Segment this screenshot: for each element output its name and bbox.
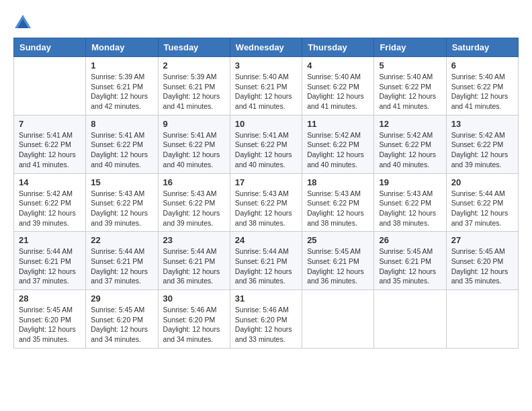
sunset-text: Sunset: 6:21 PM (19, 257, 81, 267)
calendar-week-row: 1 Sunrise: 5:39 AM Sunset: 6:21 PM Dayli… (14, 57, 519, 116)
day-number: 13 (451, 119, 513, 129)
day-number: 29 (91, 293, 152, 304)
calendar-cell: 6 Sunrise: 5:40 AM Sunset: 6:22 PM Dayli… (446, 57, 518, 116)
daylight-text: Daylight: 12 hours and 36 minutes. (307, 267, 369, 286)
day-number: 4 (307, 60, 369, 71)
sunrise-text: Sunrise: 5:41 AM (91, 130, 152, 140)
sunset-text: Sunset: 6:22 PM (235, 198, 297, 208)
calendar-cell: 24 Sunrise: 5:44 AM Sunset: 6:21 PM Dayl… (230, 232, 302, 290)
calendar-cell: 3 Sunrise: 5:40 AM Sunset: 6:21 PM Dayli… (230, 57, 302, 116)
calendar-week-row: 14 Sunrise: 5:42 AM Sunset: 6:22 PM Dayl… (14, 173, 519, 232)
calendar-cell (374, 290, 446, 349)
sunset-text: Sunset: 6:22 PM (307, 198, 369, 208)
day-number: 19 (379, 177, 441, 187)
sunrise-text: Sunrise: 5:42 AM (451, 130, 513, 140)
sunrise-text: Sunrise: 5:44 AM (19, 246, 81, 257)
day-number: 9 (163, 119, 225, 129)
sunset-text: Sunset: 6:21 PM (163, 82, 225, 92)
calendar-cell: 4 Sunrise: 5:40 AM Sunset: 6:22 PM Dayli… (302, 57, 374, 116)
sunset-text: Sunset: 6:22 PM (451, 198, 513, 208)
day-number: 31 (235, 293, 297, 304)
daylight-text: Daylight: 12 hours and 39 minutes. (163, 208, 225, 228)
calendar-week-row: 7 Sunrise: 5:41 AM Sunset: 6:22 PM Dayli… (14, 115, 519, 173)
sunrise-text: Sunrise: 5:43 AM (163, 189, 225, 199)
sunset-text: Sunset: 6:22 PM (163, 140, 225, 150)
sunset-text: Sunset: 6:22 PM (379, 140, 441, 150)
page-header (13, 13, 519, 32)
day-number: 15 (91, 177, 152, 187)
sunrise-text: Sunrise: 5:40 AM (307, 72, 369, 82)
calendar-cell: 25 Sunrise: 5:45 AM Sunset: 6:21 PM Dayl… (302, 232, 374, 290)
calendar-week-row: 28 Sunrise: 5:45 AM Sunset: 6:20 PM Dayl… (14, 290, 519, 349)
daylight-text: Daylight: 12 hours and 34 minutes. (163, 324, 225, 344)
day-number: 18 (307, 177, 369, 187)
daylight-text: Daylight: 12 hours and 39 minutes. (19, 208, 81, 228)
sunrise-text: Sunrise: 5:43 AM (91, 189, 152, 199)
daylight-text: Daylight: 12 hours and 38 minutes. (307, 208, 369, 228)
calendar-cell: 16 Sunrise: 5:43 AM Sunset: 6:22 PM Dayl… (158, 173, 230, 232)
daylight-text: Daylight: 12 hours and 40 minutes. (307, 150, 369, 169)
sunset-text: Sunset: 6:21 PM (235, 82, 297, 92)
day-number: 1 (91, 60, 152, 71)
day-number: 21 (19, 235, 81, 245)
sunset-text: Sunset: 6:20 PM (163, 315, 225, 325)
calendar-cell: 29 Sunrise: 5:45 AM Sunset: 6:20 PM Dayl… (86, 290, 158, 349)
sunset-text: Sunset: 6:22 PM (379, 82, 441, 92)
sunset-text: Sunset: 6:21 PM (307, 257, 369, 267)
sunset-text: Sunset: 6:21 PM (235, 257, 297, 267)
sunrise-text: Sunrise: 5:44 AM (451, 189, 513, 199)
day-number: 12 (379, 119, 441, 129)
calendar-cell: 22 Sunrise: 5:44 AM Sunset: 6:21 PM Dayl… (86, 232, 158, 290)
day-number: 16 (163, 177, 225, 187)
sunset-text: Sunset: 6:22 PM (91, 140, 152, 150)
day-number: 27 (451, 235, 513, 245)
daylight-text: Daylight: 12 hours and 40 minutes. (379, 150, 441, 169)
daylight-text: Daylight: 12 hours and 36 minutes. (163, 267, 225, 286)
sunset-text: Sunset: 6:22 PM (19, 198, 81, 208)
sunrise-text: Sunrise: 5:44 AM (91, 246, 152, 257)
day-number: 22 (91, 235, 152, 245)
column-header-saturday: Saturday (446, 38, 518, 57)
calendar-cell: 10 Sunrise: 5:41 AM Sunset: 6:22 PM Dayl… (230, 115, 302, 173)
daylight-text: Daylight: 12 hours and 35 minutes. (379, 267, 441, 286)
sunrise-text: Sunrise: 5:44 AM (235, 246, 297, 257)
day-number: 2 (163, 60, 225, 71)
daylight-text: Daylight: 12 hours and 41 minutes. (235, 91, 297, 111)
sunset-text: Sunset: 6:22 PM (379, 198, 441, 208)
sunset-text: Sunset: 6:20 PM (235, 315, 297, 325)
daylight-text: Daylight: 12 hours and 36 minutes. (235, 267, 297, 286)
calendar-cell: 31 Sunrise: 5:46 AM Sunset: 6:20 PM Dayl… (230, 290, 302, 349)
sunrise-text: Sunrise: 5:43 AM (235, 189, 297, 199)
daylight-text: Daylight: 12 hours and 42 minutes. (91, 91, 152, 111)
column-header-wednesday: Wednesday (230, 38, 302, 57)
calendar-cell: 30 Sunrise: 5:46 AM Sunset: 6:20 PM Dayl… (158, 290, 230, 349)
day-number: 11 (307, 119, 369, 129)
calendar-cell: 27 Sunrise: 5:45 AM Sunset: 6:20 PM Dayl… (446, 232, 518, 290)
sunset-text: Sunset: 6:20 PM (91, 315, 152, 325)
calendar-cell: 15 Sunrise: 5:43 AM Sunset: 6:22 PM Dayl… (86, 173, 158, 232)
calendar-cell (446, 290, 518, 349)
sunset-text: Sunset: 6:22 PM (163, 198, 225, 208)
calendar-cell: 12 Sunrise: 5:42 AM Sunset: 6:22 PM Dayl… (374, 115, 446, 173)
sunrise-text: Sunrise: 5:41 AM (163, 130, 225, 140)
daylight-text: Daylight: 12 hours and 41 minutes. (19, 150, 81, 169)
calendar-cell: 17 Sunrise: 5:43 AM Sunset: 6:22 PM Dayl… (230, 173, 302, 232)
daylight-text: Daylight: 12 hours and 38 minutes. (379, 208, 441, 228)
sunrise-text: Sunrise: 5:45 AM (379, 246, 441, 257)
day-number: 3 (235, 60, 297, 71)
calendar-cell: 5 Sunrise: 5:40 AM Sunset: 6:22 PM Dayli… (374, 57, 446, 116)
day-number: 8 (91, 119, 152, 129)
calendar-cell: 23 Sunrise: 5:44 AM Sunset: 6:21 PM Dayl… (158, 232, 230, 290)
column-header-tuesday: Tuesday (158, 38, 230, 57)
daylight-text: Daylight: 12 hours and 37 minutes. (91, 267, 152, 286)
sunset-text: Sunset: 6:22 PM (451, 140, 513, 150)
calendar-cell: 21 Sunrise: 5:44 AM Sunset: 6:21 PM Dayl… (14, 232, 86, 290)
sunset-text: Sunset: 6:20 PM (451, 257, 513, 267)
calendar-cell: 13 Sunrise: 5:42 AM Sunset: 6:22 PM Dayl… (446, 115, 518, 173)
sunset-text: Sunset: 6:22 PM (451, 82, 513, 92)
sunset-text: Sunset: 6:21 PM (379, 257, 441, 267)
daylight-text: Daylight: 12 hours and 41 minutes. (451, 91, 513, 111)
calendar-cell: 7 Sunrise: 5:41 AM Sunset: 6:22 PM Dayli… (14, 115, 86, 173)
daylight-text: Daylight: 12 hours and 39 minutes. (451, 150, 513, 169)
daylight-text: Daylight: 12 hours and 35 minutes. (19, 324, 81, 344)
